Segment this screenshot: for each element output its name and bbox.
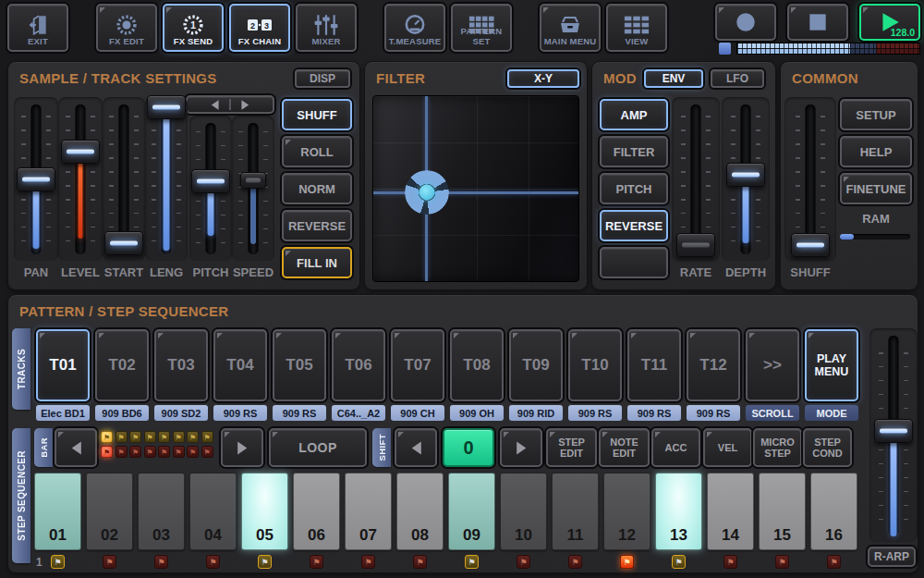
toolbar-button-pattern-set[interactable]: PATTERN SET bbox=[451, 4, 512, 52]
toolbar-button-view[interactable]: VIEW bbox=[606, 4, 667, 52]
step-pad-04[interactable]: 04 bbox=[189, 473, 237, 550]
step-pad-15[interactable]: 15 bbox=[759, 473, 806, 550]
fader-start[interactable] bbox=[103, 97, 145, 262]
mod-tab-lfo[interactable]: LFO bbox=[711, 69, 764, 88]
fader-shuff[interactable] bbox=[784, 97, 836, 262]
filter-button[interactable]: FILTER bbox=[600, 136, 668, 167]
shift-value-display[interactable]: 0 bbox=[443, 428, 494, 467]
track-button-t07[interactable]: T07 bbox=[391, 329, 444, 401]
fader-leng[interactable] bbox=[145, 97, 188, 262]
step-pad-14[interactable]: 14 bbox=[707, 473, 754, 550]
step-edit-button[interactable]: STEP EDIT bbox=[546, 428, 597, 467]
roll-button[interactable]: ROLL bbox=[282, 136, 352, 167]
toolbar-button-mixer[interactable]: MIXER bbox=[296, 4, 357, 52]
note-flag-icon: ⚑ bbox=[827, 555, 841, 569]
step-pad-09[interactable]: 09 bbox=[448, 473, 495, 550]
micro-step-button[interactable]: MICRO STEP bbox=[753, 428, 802, 467]
amp-button[interactable]: AMP bbox=[600, 99, 668, 130]
track-sample-badge: 909 RS bbox=[568, 405, 622, 421]
step-number: 06 bbox=[294, 526, 339, 545]
vel-button[interactable]: VEL bbox=[703, 428, 752, 467]
decay-envelope-button[interactable] bbox=[600, 247, 668, 278]
bar-prev-button[interactable] bbox=[55, 428, 97, 467]
r-arp-button[interactable]: R-ARP bbox=[868, 547, 916, 567]
track-button-t06[interactable]: T06 bbox=[332, 329, 385, 401]
record-button[interactable] bbox=[715, 4, 776, 41]
track-button-t10[interactable]: T10 bbox=[568, 329, 622, 401]
track-button-t03[interactable]: T03 bbox=[154, 329, 208, 401]
bar-next-button[interactable] bbox=[221, 428, 263, 467]
track-button-t04[interactable]: T04 bbox=[213, 329, 267, 401]
note-flag-icon: ⚑ bbox=[672, 555, 686, 569]
shift-prev-button[interactable] bbox=[395, 428, 437, 467]
reverse-button[interactable]: REVERSE bbox=[600, 210, 668, 241]
sample-prev-next-button[interactable] bbox=[186, 95, 274, 114]
mod-tab-env[interactable]: ENV bbox=[644, 69, 703, 88]
disp-button[interactable]: DISP bbox=[295, 69, 350, 88]
track-sample-badge: 909 SD2 bbox=[154, 405, 208, 421]
fader-depth[interactable] bbox=[722, 97, 770, 262]
fader-speed[interactable] bbox=[232, 116, 274, 262]
play-menu-button[interactable]: PLAY MENU bbox=[805, 329, 858, 401]
step-pad-11[interactable]: 11 bbox=[552, 473, 599, 550]
toolbar-button-fx-chain[interactable]: 23FX CHAIN bbox=[229, 4, 290, 52]
step-pad-13[interactable]: 13 bbox=[655, 473, 702, 550]
note-edit-button[interactable]: NOTE EDIT bbox=[599, 428, 650, 467]
toolbar-button-label: FX EDIT bbox=[98, 36, 155, 46]
finetune-button[interactable]: FINETUNE bbox=[840, 173, 912, 204]
step-pad-08[interactable]: 08 bbox=[396, 473, 444, 550]
shuff-button[interactable]: SHUFF bbox=[282, 99, 352, 130]
toolbar-button-fx-edit[interactable]: FX EDIT bbox=[96, 4, 157, 52]
track-sample-badge: 909 RS bbox=[213, 405, 267, 421]
toolbar-button-exit[interactable]: EXIT bbox=[7, 4, 68, 52]
stop-button[interactable] bbox=[787, 4, 848, 41]
help-button[interactable]: HELP bbox=[840, 136, 912, 167]
toolbar-button-main-menu[interactable]: MAIN MENU bbox=[540, 4, 601, 52]
track-button-t08[interactable]: T08 bbox=[450, 329, 504, 401]
track-cell: T03909 SD2 bbox=[154, 329, 208, 421]
xy-cursor-puck[interactable] bbox=[405, 170, 449, 215]
play-button[interactable]: 128.0 bbox=[859, 4, 920, 41]
bar-indicator-flag-icon: ⚑ bbox=[173, 431, 185, 443]
reverse-button[interactable]: REVERSE bbox=[282, 210, 352, 241]
setup-button[interactable]: SETUP bbox=[840, 99, 912, 130]
step-pad-12[interactable]: 12 bbox=[603, 473, 650, 550]
step-cond-button[interactable]: STEP COND bbox=[803, 428, 852, 467]
step-pad-02[interactable]: 02 bbox=[86, 473, 133, 550]
step-icon-cell: ⚑ bbox=[552, 555, 599, 569]
toolbar-button-fx-send[interactable]: 1FX SEND bbox=[163, 4, 224, 52]
xy-mode-button[interactable]: X-Y bbox=[507, 69, 579, 88]
step-pad-06[interactable]: 06 bbox=[293, 473, 340, 550]
track-button-t09[interactable]: T09 bbox=[509, 329, 563, 401]
norm-button[interactable]: NORM bbox=[282, 173, 352, 204]
shift-next-button[interactable] bbox=[500, 428, 542, 467]
step-number: 07 bbox=[346, 526, 391, 545]
loop-button[interactable]: LOOP bbox=[269, 428, 367, 467]
step-pad-16[interactable]: 16 bbox=[810, 473, 857, 550]
fader-pitch[interactable] bbox=[189, 116, 232, 262]
step-pad-05[interactable]: 05 bbox=[241, 473, 288, 550]
scroll-tracks-button[interactable]: >> bbox=[746, 329, 799, 401]
svg-text:1: 1 bbox=[190, 19, 196, 31]
step-pad-07[interactable]: 07 bbox=[345, 473, 392, 550]
track-button-t11[interactable]: T11 bbox=[627, 329, 681, 401]
fader-level[interactable] bbox=[58, 97, 103, 262]
xy-pad[interactable] bbox=[372, 95, 579, 282]
step-pad-10[interactable]: 10 bbox=[500, 473, 547, 550]
acc-button[interactable]: ACC bbox=[651, 428, 700, 467]
tempo-display: 128.0 bbox=[891, 27, 915, 38]
track-button-t02[interactable]: T02 bbox=[95, 329, 149, 401]
note-flag-icon: ⚑ bbox=[465, 555, 479, 569]
track-button-t01[interactable]: T01 bbox=[36, 329, 90, 401]
step-pad-01[interactable]: 01 bbox=[34, 473, 81, 550]
track-button-t05[interactable]: T05 bbox=[273, 329, 326, 401]
pitch-button[interactable]: PITCH bbox=[600, 173, 668, 204]
fill-in-button[interactable]: FILL IN bbox=[282, 247, 352, 278]
master-fader[interactable] bbox=[869, 328, 918, 543]
fader-label: START bbox=[103, 265, 145, 280]
fader-pan[interactable] bbox=[14, 97, 58, 262]
step-pad-03[interactable]: 03 bbox=[138, 473, 185, 550]
fader-rate[interactable] bbox=[672, 97, 720, 262]
toolbar-button-t-measure[interactable]: T.MEASURE bbox=[384, 4, 445, 52]
track-button-t12[interactable]: T12 bbox=[687, 329, 740, 401]
